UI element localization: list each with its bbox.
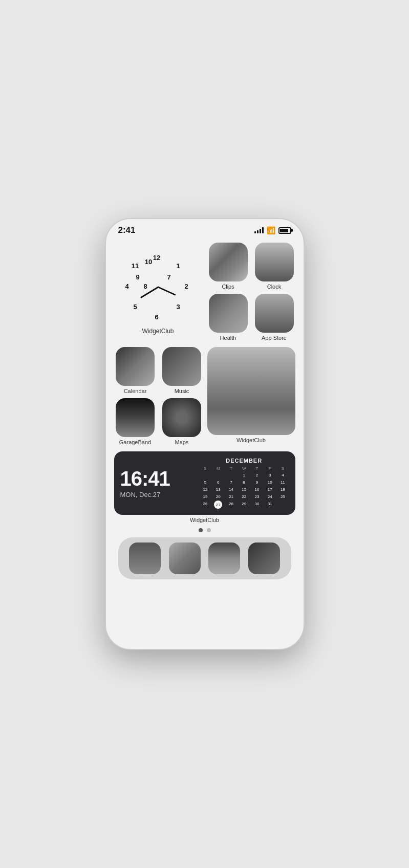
cal-day-31: 31 xyxy=(264,501,276,509)
cal-day-21: 21 xyxy=(225,493,237,500)
app-item-clips[interactable]: Clips xyxy=(207,243,249,290)
app-item-appstore[interactable]: App Store xyxy=(253,294,295,341)
cal-day-3: 3 xyxy=(264,472,276,479)
cal-time-section: 16:41 MON, Dec.27 xyxy=(120,468,195,498)
cal-day-empty2 xyxy=(212,472,224,479)
cal-day-12: 12 xyxy=(199,486,211,493)
large-widget-icon[interactable] xyxy=(207,347,295,435)
app-icon-maps[interactable] xyxy=(162,398,201,437)
cal-header-m: M xyxy=(212,466,224,471)
calendar-widget-label: WidgetClub xyxy=(114,517,295,523)
cal-day-8: 8 xyxy=(238,479,250,486)
cal-header-t2: T xyxy=(251,466,263,471)
svg-text:2: 2 xyxy=(184,283,188,290)
app-item-health[interactable]: Health xyxy=(207,294,249,341)
app-item-garageband[interactable]: GarageBand xyxy=(114,398,157,445)
clock-svg: 12 1 2 3 6 5 4 11 8 9 10 7 xyxy=(120,249,197,326)
app-label-calendar: Calendar xyxy=(124,388,147,394)
svg-text:5: 5 xyxy=(133,303,137,311)
app-label-health: Health xyxy=(220,335,236,341)
dock-icon-2[interactable] xyxy=(169,542,201,574)
battery-icon xyxy=(278,227,291,234)
app-icon-clock[interactable] xyxy=(255,243,294,281)
app-label-clock: Clock xyxy=(267,284,282,290)
cal-day-empty4 xyxy=(276,501,289,509)
app-item-maps[interactable]: Maps xyxy=(161,398,203,445)
dock-icon-1[interactable] xyxy=(129,542,161,574)
cal-day-29: 29 xyxy=(238,501,250,509)
svg-text:10: 10 xyxy=(144,258,152,266)
svg-text:12: 12 xyxy=(153,254,160,262)
middle-section: Calendar GarageBand Music Maps xyxy=(114,347,295,445)
cal-day-15: 15 xyxy=(238,486,250,493)
svg-text:3: 3 xyxy=(176,303,180,311)
app-icon-garageband[interactable] xyxy=(116,398,155,437)
top-app-grid: Clips Clock Health App Store xyxy=(207,243,295,341)
app-label-garageband: GarageBand xyxy=(119,439,151,445)
cal-day-5: 5 xyxy=(199,479,211,486)
cal-grid: S M T W T F S 1 2 3 4 xyxy=(199,466,289,509)
svg-text:8: 8 xyxy=(143,283,147,290)
cal-month-label: DECEMBER xyxy=(199,458,289,464)
svg-text:4: 4 xyxy=(125,283,129,290)
cal-header-f: F xyxy=(264,466,276,471)
cal-day-empty3 xyxy=(225,472,237,479)
svg-line-13 xyxy=(158,287,175,295)
cal-day-22: 22 xyxy=(238,493,250,500)
app-item-clock[interactable]: Clock xyxy=(253,243,295,290)
cal-day-19: 19 xyxy=(199,493,211,500)
large-widget-label: WidgetClub xyxy=(236,437,266,443)
cal-day-7: 7 xyxy=(225,479,237,486)
battery-fill xyxy=(280,229,288,232)
home-screen: 12 1 2 3 6 5 4 11 8 9 10 7 xyxy=(106,238,304,646)
cal-day-27-today: 27 xyxy=(214,501,222,509)
app-item-calendar[interactable]: Calendar xyxy=(114,347,157,394)
cal-day-14: 14 xyxy=(225,486,237,493)
large-widget[interactable]: WidgetClub xyxy=(207,347,295,445)
cal-day-30: 30 xyxy=(251,501,263,509)
dock-icon-3[interactable] xyxy=(208,542,240,574)
cal-day-11: 11 xyxy=(276,479,289,486)
cal-day-24: 24 xyxy=(264,493,276,500)
phone-frame: 2:41 📶 12 1 xyxy=(105,218,305,650)
calendar-widget-wrapper: 16:41 MON, Dec.27 DECEMBER S M T W T F S xyxy=(114,451,295,523)
cal-day-28: 28 xyxy=(225,501,237,509)
app-label-clips: Clips xyxy=(222,284,234,290)
cal-header-w: W xyxy=(238,466,250,471)
app-icon-health[interactable] xyxy=(209,294,248,333)
cal-date-display: MON, Dec.27 xyxy=(120,491,195,498)
left-app-col2: Music Maps xyxy=(161,347,203,445)
clock-face: 12 1 2 3 6 5 4 11 8 9 10 7 xyxy=(120,249,197,326)
status-bar: 2:41 📶 xyxy=(106,219,304,238)
cal-header-s1: S xyxy=(199,466,211,471)
svg-text:1: 1 xyxy=(176,262,180,270)
wifi-icon: 📶 xyxy=(267,226,275,234)
cal-header-s2: S xyxy=(276,466,289,471)
app-item-music[interactable]: Music xyxy=(161,347,203,394)
cal-day-17: 17 xyxy=(264,486,276,493)
dock-icon-4[interactable] xyxy=(248,542,280,574)
cal-day-25: 25 xyxy=(276,493,289,500)
cal-header-t1: T xyxy=(225,466,237,471)
app-label-music: Music xyxy=(175,388,189,394)
cal-day-18: 18 xyxy=(276,486,289,493)
cal-day-13: 13 xyxy=(212,486,224,493)
left-app-col1: Calendar GarageBand xyxy=(114,347,157,445)
dot-1 xyxy=(199,528,203,532)
calendar-widget[interactable]: 16:41 MON, Dec.27 DECEMBER S M T W T F S xyxy=(114,451,295,515)
status-icons: 📶 xyxy=(254,226,291,234)
cal-day-20: 20 xyxy=(212,493,224,500)
svg-text:9: 9 xyxy=(136,273,139,281)
app-icon-calendar[interactable] xyxy=(116,347,155,386)
app-icon-clips[interactable] xyxy=(209,243,248,281)
app-icon-music[interactable] xyxy=(162,347,201,386)
cal-day-26: 26 xyxy=(199,501,211,509)
clock-widget[interactable]: 12 1 2 3 6 5 4 11 8 9 10 7 xyxy=(114,243,202,341)
cal-day-6: 6 xyxy=(212,479,224,486)
cal-day-9: 9 xyxy=(251,479,263,486)
cal-day-2: 2 xyxy=(251,472,263,479)
cal-day-empty1 xyxy=(199,472,211,479)
app-icon-appstore[interactable] xyxy=(255,294,294,333)
app-label-maps: Maps xyxy=(175,439,189,445)
status-time: 2:41 xyxy=(118,225,136,235)
